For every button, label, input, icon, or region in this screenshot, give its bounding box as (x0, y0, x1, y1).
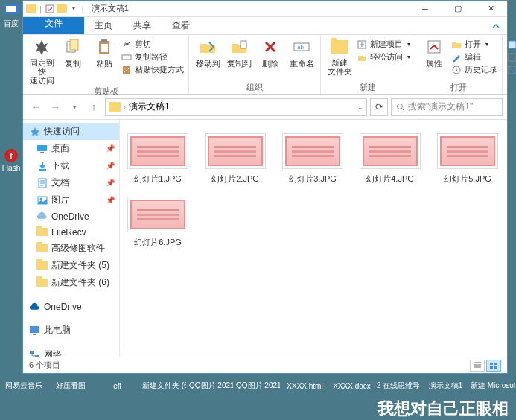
close-button[interactable]: ✕ (474, 1, 507, 17)
edit-button[interactable]: 编辑 (451, 51, 497, 63)
tab-file[interactable]: 文件 (23, 17, 84, 34)
taskbar-item[interactable]: 网易云音乐 (1, 381, 45, 391)
file-list: 幻灯片1.JPG幻灯片2.JPG幻灯片3.JPG幻灯片4.JPG幻灯片5.JPG… (120, 120, 507, 357)
path-icon (121, 52, 132, 63)
taskbar-item[interactable]: 新建 Microsoft... (471, 381, 515, 391)
button-label: 剪切 (135, 39, 151, 50)
sidebar-item[interactable]: FileRecv (23, 224, 119, 240)
move-to-button[interactable]: 移动到 (194, 37, 222, 69)
sidebar-item[interactable]: 新建文件夹 (5) (23, 257, 119, 274)
move-icon (197, 37, 218, 57)
ribbon-group-select: 全部选择 全部取消 反向选择 选择 (503, 35, 516, 94)
breadcrumb[interactable]: › 演示文稿1 ⌄ (105, 98, 367, 116)
desktop-icon[interactable]: 百度 (1, 2, 21, 25)
document-icon (36, 177, 48, 188)
button-label: 新建 文件夹 (328, 58, 352, 76)
checkbox-icon[interactable] (45, 4, 55, 14)
sidebar-quick-access[interactable]: 快速访问 (23, 123, 119, 140)
desktop-icon[interactable]: f Flash (1, 147, 21, 170)
sidebar-item-label: 桌面 (51, 142, 69, 155)
sidebar-this-pc[interactable]: 此电脑 (23, 322, 119, 339)
rename-button[interactable]: ab重命名 (287, 37, 316, 69)
breadcrumb-item[interactable]: 演示文稿1 (129, 101, 170, 113)
rename-icon: ab (291, 37, 312, 57)
sidebar-item-label: FileRecv (51, 227, 86, 238)
tab-home[interactable]: 主页 (84, 17, 123, 34)
select-all-button[interactable]: 全部选择 (507, 39, 516, 50)
paste-button[interactable]: 粘贴 (90, 37, 118, 69)
dropdown-icon[interactable]: ▾ (69, 4, 79, 14)
button-label: 轻松访问 (370, 51, 403, 63)
button-label: 粘贴快捷方式 (135, 64, 184, 75)
select-none-button[interactable]: 全部取消 (507, 51, 516, 63)
svg-rect-29 (30, 351, 34, 354)
sidebar-item[interactable]: 桌面📌 (23, 140, 119, 157)
svg-rect-23 (40, 152, 44, 153)
taskbar-item[interactable]: 新建文件夹 (6) (142, 381, 186, 391)
new-folder-button[interactable]: 新建 文件夹 (325, 37, 354, 76)
file-item[interactable]: 幻灯片6.JPG (127, 197, 188, 248)
shortcut-icon (121, 65, 132, 75)
icons-view-button[interactable] (486, 360, 501, 372)
easy-access-button[interactable]: 轻松访问▾ (357, 51, 410, 63)
tab-share[interactable]: 共享 (123, 17, 162, 34)
taskbar-item[interactable]: efi (95, 382, 139, 390)
file-item[interactable]: 幻灯片4.JPG (360, 133, 421, 185)
taskbar-item[interactable]: 好压看图 (48, 381, 92, 391)
group-label: 选择 (507, 81, 516, 93)
paste-icon (94, 37, 115, 57)
copy-to-button[interactable]: 复制到 (225, 37, 253, 69)
file-name: 幻灯片4.JPG (366, 174, 414, 185)
back-button[interactable]: ← (28, 99, 44, 115)
file-item[interactable]: 幻灯片2.JPG (205, 133, 266, 185)
copy-button[interactable]: 复制 (59, 37, 87, 69)
copy-path-button[interactable]: 复制路径 (121, 51, 184, 63)
svg-rect-10 (122, 55, 131, 60)
paste-shortcut-button[interactable]: 粘贴快捷方式 (121, 64, 184, 75)
refresh-button[interactable]: ⟳ (370, 98, 388, 116)
minimize-button[interactable]: ─ (409, 1, 442, 17)
chevron-down-icon[interactable]: ⌄ (357, 104, 363, 111)
sidebar-item[interactable]: OneDrive (23, 209, 119, 224)
sidebar-item[interactable]: 下载📌 (23, 157, 119, 174)
file-item[interactable]: 幻灯片3.JPG (282, 133, 343, 185)
sidebar-item[interactable]: 高级修图软件 (23, 240, 119, 257)
sidebar-network[interactable]: 网络 (23, 346, 119, 357)
file-item[interactable]: 幻灯片1.JPG (127, 133, 188, 185)
sidebar-item[interactable]: 新建文件夹 (6) (23, 274, 119, 291)
taskbar-item[interactable]: 2 在线思维导 图.docx (377, 381, 421, 391)
cut-button[interactable]: ✂剪切 (121, 39, 184, 50)
button-label: 复制 (65, 58, 81, 69)
file-name: 幻灯片1.JPG (134, 174, 182, 185)
forward-button[interactable]: → (47, 99, 63, 115)
new-item-button[interactable]: 新建项目▾ (357, 39, 410, 50)
delete-button[interactable]: 删除 (256, 37, 284, 69)
properties-button[interactable]: 属性 (420, 37, 448, 69)
taskbar-item[interactable]: 演示文稿1 (424, 381, 468, 391)
taskbar-item[interactable]: QQ图片 2021042... (236, 381, 280, 391)
taskbar-item[interactable]: QQ图片 2021042... (189, 381, 233, 391)
button-label: 移动到 (196, 58, 220, 69)
button-label: 复制到 (227, 58, 252, 69)
history-button[interactable]: 历史记录 (451, 64, 497, 75)
taskbar-item[interactable]: XXXX.docx (330, 382, 374, 390)
ribbon-collapse-button[interactable] (485, 17, 507, 34)
sidebar-item[interactable]: 文档📌 (23, 174, 119, 191)
taskbar-item[interactable]: XXXX.html (283, 382, 327, 390)
file-thumbnail (360, 133, 421, 169)
pin-quick-access-button[interactable]: 固定到快 速访问 (28, 37, 56, 85)
folder-icon[interactable] (57, 4, 67, 14)
cloud-icon (29, 301, 40, 312)
search-input[interactable]: 搜索"演示文稿1" (391, 98, 503, 116)
open-button[interactable]: 打开▾ (451, 39, 497, 50)
sidebar-onedrive[interactable]: OneDrive (23, 299, 119, 314)
tab-view[interactable]: 查看 (162, 17, 200, 34)
sidebar-item[interactable]: 图片📌 (23, 191, 119, 209)
file-item[interactable]: 幻灯片5.JPG (437, 133, 498, 185)
recent-dropdown[interactable]: ▾ (66, 99, 83, 115)
maximize-button[interactable]: ▢ (442, 1, 474, 17)
invert-selection-button[interactable]: 反向选择 (507, 64, 516, 75)
open-icon (451, 39, 462, 50)
details-view-button[interactable] (470, 360, 485, 372)
up-button[interactable]: ↑ (86, 99, 102, 115)
